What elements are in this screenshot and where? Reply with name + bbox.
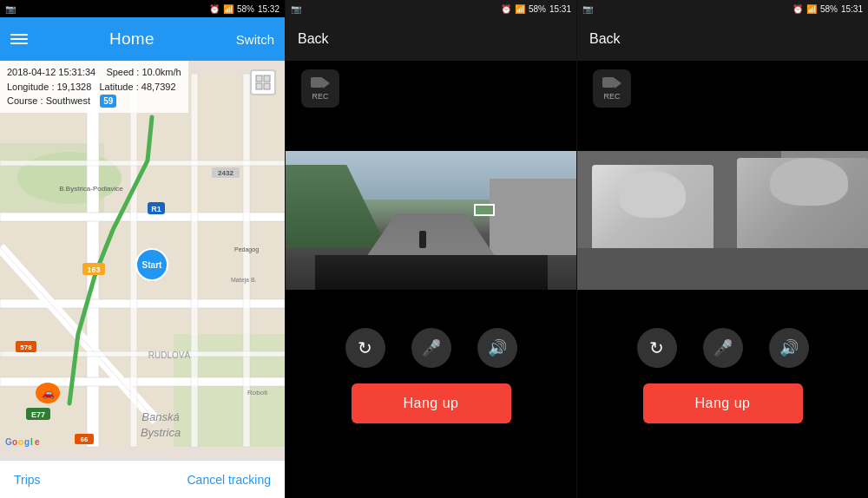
camera-icon-interior: 📷: [582, 4, 593, 14]
map-panel: 📷 ⏰ 📶 58% 15:32 Home Switch 2018-04-12 1…: [0, 0, 285, 498]
svg-text:g: g: [24, 437, 30, 447]
black-bottom-front: [286, 290, 576, 316]
coords-line: Longitude : 19,1328 Latitude : 48,7392: [7, 80, 181, 95]
camera-icon-front: 📷: [291, 4, 301, 14]
lon-value: 19,1328: [57, 82, 92, 92]
speaker-icon-front: 🔊: [488, 338, 507, 357]
speed-label: Speed :: [106, 67, 139, 77]
battery-front: 58%: [529, 4, 546, 14]
rec-area-interior: REC: [577, 61, 868, 116]
dashcam-interior-view: [577, 151, 868, 290]
home-title: Home: [109, 29, 155, 49]
refresh-icon-front: ↻: [358, 337, 372, 358]
switch-button[interactable]: Switch: [236, 32, 274, 47]
svg-text:E77: E77: [31, 410, 45, 419]
wifi-icon-front: 📶: [515, 4, 525, 14]
bottom-bar: Trips Cancel tracking: [0, 460, 285, 498]
alarm-icon-interior: ⏰: [792, 4, 803, 14]
svg-text:G: G: [5, 437, 12, 447]
mute-button-interior[interactable]: 🎤: [703, 328, 743, 368]
datetime: 2018-04-12 15:31:34: [7, 67, 95, 77]
status-bar-interior: 📷 ⏰ 📶 58% 15:31: [577, 0, 868, 17]
svg-rect-48: [311, 77, 323, 88]
black-top-front: [286, 116, 576, 151]
svg-text:🚗: 🚗: [42, 386, 55, 399]
map-layer-icon[interactable]: [250, 69, 276, 95]
svg-text:Pedagog: Pedagog: [234, 246, 259, 253]
black-top-interior: [577, 116, 868, 151]
course-value: Southwest: [46, 95, 90, 106]
svg-text:B.Bystrica-Podlavice: B.Bystrica-Podlavice: [59, 185, 123, 193]
datetime-line: 2018-04-12 15:31:34 Speed : 10.0km/h: [7, 65, 181, 80]
interior-camera-panel: 📷 ⏰ 📶 58% 15:31 Back REC: [576, 0, 868, 498]
svg-text:66: 66: [81, 436, 89, 443]
svg-text:o: o: [12, 437, 17, 447]
svg-text:Mateja B.: Mateja B.: [231, 277, 257, 284]
mute-button-front[interactable]: 🎤: [411, 328, 451, 368]
time-interior: 15:31: [841, 4, 863, 14]
sign-element: [474, 204, 495, 216]
wifi-icon-interior: 📶: [806, 4, 817, 14]
svg-rect-3: [174, 334, 285, 447]
svg-rect-46: [256, 83, 262, 89]
cancel-tracking-button[interactable]: Cancel tracking: [187, 473, 272, 487]
svg-marker-51: [615, 78, 621, 88]
hangup-button-interior[interactable]: Hang up: [643, 383, 803, 423]
mute-icon-interior: 🎤: [713, 338, 733, 357]
back-button-front[interactable]: Back: [298, 31, 329, 47]
camera-icon: 📷: [5, 4, 16, 14]
dashcam-front-view: [286, 151, 576, 290]
speaker-icon-interior: 🔊: [779, 338, 799, 357]
refresh-button-front[interactable]: ↻: [345, 328, 385, 368]
svg-rect-45: [264, 75, 270, 82]
svg-text:Bystrica: Bystrica: [141, 426, 181, 439]
svg-rect-50: [602, 77, 615, 88]
svg-text:Roboti: Roboti: [247, 389, 267, 396]
mute-icon-front: 🎤: [422, 338, 441, 357]
back-button-interior[interactable]: Back: [589, 31, 621, 47]
svg-text:2432: 2432: [218, 169, 233, 177]
map-area[interactable]: 163 E77 R1 578 66 2432 Banská Bystrica B…: [0, 61, 285, 460]
interior-top-bar: Back: [577, 17, 868, 61]
svg-text:RUDLOVÁ: RUDLOVÁ: [148, 350, 191, 360]
person1-head: [619, 171, 686, 218]
svg-rect-11: [191, 74, 198, 447]
svg-text:Banská: Banská: [141, 410, 179, 423]
svg-text:163: 163: [87, 265, 100, 274]
hangup-bar-interior: Hang up: [577, 377, 868, 437]
svg-text:o: o: [18, 437, 23, 447]
rec-button-interior[interactable]: REC: [593, 69, 631, 108]
course-label: Course :: [7, 95, 43, 106]
rec-label-interior: REC: [603, 92, 620, 101]
rec-area-front: REC: [286, 61, 576, 116]
refresh-icon-interior: ↻: [649, 337, 664, 358]
svg-marker-49: [323, 78, 330, 88]
speaker-button-interior[interactable]: 🔊: [769, 328, 809, 368]
trips-button[interactable]: Trips: [14, 473, 41, 487]
person-figure: [419, 231, 426, 248]
speed-value: 10.0km/h: [141, 67, 181, 77]
svg-rect-47: [264, 83, 270, 89]
alarm-icon-front: ⏰: [501, 4, 511, 14]
hangup-bar-front: Hang up: [286, 377, 576, 437]
info-bar: 2018-04-12 15:31:34 Speed : 10.0km/h Lon…: [0, 61, 188, 113]
hangup-button-front[interactable]: Hang up: [352, 383, 511, 423]
video-frame-interior: [577, 151, 868, 290]
speaker-button-front[interactable]: 🔊: [477, 328, 517, 368]
rec-button-front[interactable]: REC: [301, 69, 339, 108]
svg-text:e: e: [35, 437, 40, 447]
controls-row-front: ↻ 🎤 🔊: [286, 316, 576, 377]
status-bar-map: 📷 ⏰ 📶 58% 15:32: [0, 0, 285, 17]
video-frame-front: [286, 151, 576, 290]
refresh-button-interior[interactable]: ↻: [637, 328, 677, 368]
course-line: Course : Southwest 59: [7, 94, 181, 108]
svg-text:578: 578: [20, 344, 32, 351]
lon-label: Longitude :: [7, 82, 54, 92]
battery-map: 58%: [237, 4, 254, 14]
status-bar-front: 📷 ⏰ 📶 58% 15:31: [286, 0, 576, 17]
controls-row-interior: ↻ 🎤 🔊: [577, 316, 868, 377]
menu-icon[interactable]: [10, 34, 28, 44]
car-hood: [315, 255, 548, 290]
interior-seats: [577, 248, 868, 290]
person2-head: [770, 158, 848, 206]
